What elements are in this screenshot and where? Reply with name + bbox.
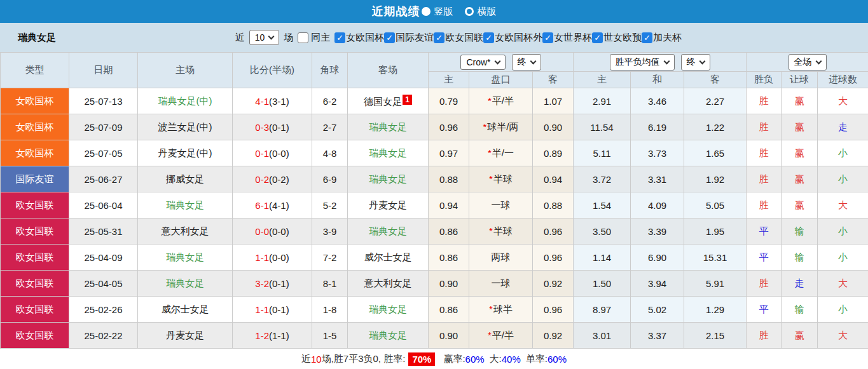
summary-prefix: 近	[301, 353, 311, 365]
competition-checkbox-item[interactable]: ✓女世界杯	[542, 32, 592, 44]
avg-away-cell: 1.92	[684, 166, 747, 192]
home-team[interactable]: 瑞典女足	[138, 192, 233, 218]
halftime-score: (4-1)	[269, 200, 289, 211]
score-cell: 3-2(0-1)	[233, 271, 312, 297]
away-team: 瑞典女足	[369, 330, 407, 340]
home-team[interactable]: 挪威女足	[138, 166, 233, 192]
halftime-score: (0-0)	[269, 252, 289, 263]
competition-checkbox-item[interactable]: ✓世女欧预	[592, 32, 642, 44]
odds-time-select[interactable]: 终	[512, 54, 541, 70]
sub-header-handicap: 盘口	[469, 72, 533, 88]
goals-cell: 小	[818, 218, 868, 245]
away-team-cell[interactable]: 丹麦女足	[348, 192, 429, 218]
fulltime-score: 1-2	[255, 330, 269, 341]
handicap-cell: *半球	[469, 218, 533, 245]
layout-radio-vertical[interactable]: 竖版	[420, 6, 453, 18]
avg-home-cell: 1.54	[574, 192, 631, 218]
halftime-score: (3-1)	[269, 96, 289, 107]
away-team-cell[interactable]: 瑞典女足	[348, 297, 429, 323]
avg-away-cell: 1.95	[684, 218, 747, 245]
corners-cell: 7-2	[312, 245, 348, 271]
avg-type-value: 胜平负均值	[616, 57, 660, 68]
away-team-cell[interactable]: 瑞典女足	[348, 140, 429, 166]
odds-home-cell: 0.96	[429, 114, 469, 140]
col-header-home: 主场	[138, 53, 233, 88]
table-row: 欧女国联 25-04-05 瑞典女足 3-2(0-1) 8-1 意大利女足 0.…	[1, 271, 868, 297]
halftime-score: (1-1)	[269, 330, 289, 341]
home-team[interactable]: 瑞典女足	[138, 271, 233, 297]
goals-cell: 大	[818, 88, 868, 114]
result-cell: 胜	[747, 114, 782, 140]
handicap-value: 平/半	[492, 330, 514, 340]
filterbar: 瑞典女足 近 10 场 同主 ✓女欧国杯✓国际友谊✓欧女国联✓女欧国杯外✓女世界…	[0, 23, 868, 52]
fulltime-score: 1-1	[255, 304, 269, 315]
home-team[interactable]: 瑞典女足	[138, 245, 233, 271]
home-team[interactable]: 意大利女足	[138, 218, 233, 245]
handicap-value: 球半/两	[487, 121, 518, 132]
match-date: 25-07-09	[69, 114, 138, 140]
away-team-cell[interactable]: 瑞典女足	[348, 114, 429, 140]
match-count-select[interactable]: 10	[249, 30, 280, 45]
away-team-cell[interactable]: 德国女足1	[348, 88, 429, 114]
odds-home-cell: 0.90	[429, 323, 469, 349]
home-team[interactable]: 丹麦女足(中)	[138, 140, 233, 166]
avg-time-select[interactable]: 终	[681, 54, 710, 70]
sub-header-goals: 进球数	[818, 72, 868, 88]
competition-checkbox-item[interactable]: ✓女欧国杯	[334, 32, 384, 44]
odds-away-cell: 0.88	[533, 192, 574, 218]
competition-checkbox-item[interactable]: ✓国际友谊	[384, 32, 434, 44]
away-team: 意大利女足	[364, 278, 412, 288]
checkbox-checked-icon: ✓	[434, 32, 444, 43]
avg-group-header: 胜平负均值 终	[574, 53, 747, 72]
handicap-cell: 两球	[469, 245, 533, 271]
radio-horizontal-label: 横版	[478, 6, 497, 18]
competition-checkbox-item[interactable]: ✓欧女国联	[434, 32, 483, 44]
competition-label: 女欧国杯	[346, 32, 384, 44]
home-team[interactable]: 瑞典女足(中)	[138, 88, 233, 114]
handicap-value: 两球	[492, 252, 511, 262]
match-type-cell: 女欧国杯	[1, 88, 69, 114]
away-team-cell[interactable]: 意大利女足	[348, 271, 429, 297]
home-team[interactable]: 波兰女足(中)	[138, 114, 233, 140]
away-team-cell[interactable]: 瑞典女足	[348, 323, 429, 349]
goals-cell: 小	[818, 166, 868, 192]
away-team-cell[interactable]: 威尔士女足	[348, 245, 429, 271]
results-table: 类型 日期 主场 比分(半场) 角球 客场 Crow* 终	[0, 52, 868, 349]
away-team-cell[interactable]: 瑞典女足	[348, 218, 429, 245]
competition-filters: ✓女欧国杯✓国际友谊✓欧女国联✓女欧国杯外✓女世界杯✓世女欧预✓加夫杯	[334, 32, 682, 44]
handicap-rate-label: 赢率:	[443, 353, 465, 365]
competition-checkbox-item[interactable]: ✓加夫杯	[642, 32, 682, 44]
avg-home-cell: 3.50	[574, 218, 631, 245]
checkbox-checked-icon: ✓	[592, 32, 603, 43]
home-team[interactable]: 威尔士女足	[138, 297, 233, 323]
layout-radio-horizontal[interactable]: 横版	[453, 6, 497, 18]
avg-draw-cell: 6.90	[631, 245, 684, 271]
radio-vertical-label: 竖版	[434, 6, 453, 18]
match-type-cell: 欧女国联	[1, 218, 69, 245]
handicap-cell: 一球	[469, 192, 533, 218]
table-row: 女欧国杯 25-07-09 波兰女足(中) 0-3(0-1) 2-7 瑞典女足 …	[1, 114, 868, 140]
match-type-cell: 国际友谊	[1, 166, 69, 192]
let-cell: 走	[782, 271, 818, 297]
handicap-star-icon: *	[488, 147, 492, 158]
same-home-checkbox-item[interactable]: 同主	[298, 32, 332, 44]
col-header-score: 比分(半场)	[233, 53, 312, 88]
handicap-value: 半球	[493, 173, 513, 184]
odds-company-select[interactable]: Crow*	[460, 55, 505, 70]
col-header-corners: 角球	[312, 53, 348, 88]
home-team[interactable]: 丹麦女足	[138, 323, 233, 349]
halftime-score: (0-1)	[269, 304, 289, 315]
let-cell: 赢	[782, 88, 818, 114]
match-date: 25-04-05	[69, 271, 138, 297]
win-rate-badge: 70%	[408, 352, 435, 366]
match-type-cell: 欧女国联	[1, 297, 69, 323]
competition-checkbox-item[interactable]: ✓女欧国杯外	[483, 32, 542, 44]
avg-type-select[interactable]: 胜平负均值	[610, 54, 675, 70]
result-cell: 平	[747, 245, 782, 271]
table-row: 女欧国杯 25-07-13 瑞典女足(中) 4-1(3-1) 6-2 德国女足1…	[1, 88, 868, 114]
away-team-cell[interactable]: 瑞典女足	[348, 166, 429, 192]
scope-select[interactable]: 全场	[789, 54, 827, 70]
odds-away-cell: 0.94	[533, 166, 574, 192]
halftime-score: (0-1)	[269, 122, 289, 133]
result-cell: 平	[747, 218, 782, 245]
